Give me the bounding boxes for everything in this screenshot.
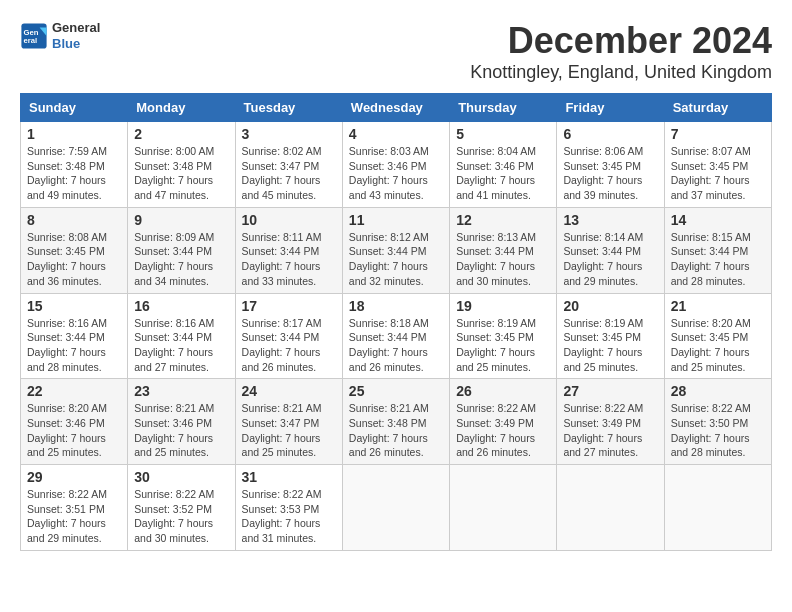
day-detail: Sunrise: 8:22 AMSunset: 3:49 PMDaylight:…	[563, 401, 657, 460]
header-cell-friday: Friday	[557, 94, 664, 122]
day-number: 15	[27, 298, 121, 314]
day-number: 19	[456, 298, 550, 314]
location-title: Knottingley, England, United Kingdom	[470, 62, 772, 83]
day-detail: Sunrise: 8:20 AMSunset: 3:46 PMDaylight:…	[27, 401, 121, 460]
day-detail: Sunrise: 8:18 AMSunset: 3:44 PMDaylight:…	[349, 316, 443, 375]
day-number: 1	[27, 126, 121, 142]
day-detail: Sunrise: 8:11 AMSunset: 3:44 PMDaylight:…	[242, 230, 336, 289]
day-number: 24	[242, 383, 336, 399]
day-cell	[342, 465, 449, 551]
day-number: 31	[242, 469, 336, 485]
header-cell-monday: Monday	[128, 94, 235, 122]
day-number: 6	[563, 126, 657, 142]
day-detail: Sunrise: 8:22 AMSunset: 3:52 PMDaylight:…	[134, 487, 228, 546]
header-cell-saturday: Saturday	[664, 94, 771, 122]
day-detail: Sunrise: 8:22 AMSunset: 3:50 PMDaylight:…	[671, 401, 765, 460]
day-detail: Sunrise: 8:07 AMSunset: 3:45 PMDaylight:…	[671, 144, 765, 203]
day-cell: 9Sunrise: 8:09 AMSunset: 3:44 PMDaylight…	[128, 207, 235, 293]
week-row-5: 29Sunrise: 8:22 AMSunset: 3:51 PMDayligh…	[21, 465, 772, 551]
day-detail: Sunrise: 8:21 AMSunset: 3:47 PMDaylight:…	[242, 401, 336, 460]
day-cell: 18Sunrise: 8:18 AMSunset: 3:44 PMDayligh…	[342, 293, 449, 379]
day-detail: Sunrise: 8:21 AMSunset: 3:48 PMDaylight:…	[349, 401, 443, 460]
day-cell: 2Sunrise: 8:00 AMSunset: 3:48 PMDaylight…	[128, 122, 235, 208]
day-cell: 3Sunrise: 8:02 AMSunset: 3:47 PMDaylight…	[235, 122, 342, 208]
day-number: 5	[456, 126, 550, 142]
day-cell: 1Sunrise: 7:59 AMSunset: 3:48 PMDaylight…	[21, 122, 128, 208]
day-detail: Sunrise: 8:21 AMSunset: 3:46 PMDaylight:…	[134, 401, 228, 460]
day-cell	[557, 465, 664, 551]
day-cell: 20Sunrise: 8:19 AMSunset: 3:45 PMDayligh…	[557, 293, 664, 379]
day-cell: 8Sunrise: 8:08 AMSunset: 3:45 PMDaylight…	[21, 207, 128, 293]
day-cell: 25Sunrise: 8:21 AMSunset: 3:48 PMDayligh…	[342, 379, 449, 465]
day-number: 12	[456, 212, 550, 228]
day-cell: 26Sunrise: 8:22 AMSunset: 3:49 PMDayligh…	[450, 379, 557, 465]
day-number: 20	[563, 298, 657, 314]
day-detail: Sunrise: 8:13 AMSunset: 3:44 PMDaylight:…	[456, 230, 550, 289]
day-detail: Sunrise: 8:17 AMSunset: 3:44 PMDaylight:…	[242, 316, 336, 375]
week-row-3: 15Sunrise: 8:16 AMSunset: 3:44 PMDayligh…	[21, 293, 772, 379]
day-detail: Sunrise: 8:20 AMSunset: 3:45 PMDaylight:…	[671, 316, 765, 375]
day-cell: 27Sunrise: 8:22 AMSunset: 3:49 PMDayligh…	[557, 379, 664, 465]
day-detail: Sunrise: 8:22 AMSunset: 3:49 PMDaylight:…	[456, 401, 550, 460]
calendar-table: SundayMondayTuesdayWednesdayThursdayFrid…	[20, 93, 772, 551]
day-number: 29	[27, 469, 121, 485]
day-number: 30	[134, 469, 228, 485]
day-cell: 13Sunrise: 8:14 AMSunset: 3:44 PMDayligh…	[557, 207, 664, 293]
day-cell: 17Sunrise: 8:17 AMSunset: 3:44 PMDayligh…	[235, 293, 342, 379]
day-number: 10	[242, 212, 336, 228]
day-cell: 23Sunrise: 8:21 AMSunset: 3:46 PMDayligh…	[128, 379, 235, 465]
header: Gen eral General Blue December 2024 Knot…	[20, 20, 772, 83]
day-number: 8	[27, 212, 121, 228]
day-detail: Sunrise: 8:03 AMSunset: 3:46 PMDaylight:…	[349, 144, 443, 203]
day-number: 21	[671, 298, 765, 314]
logo: Gen eral General Blue	[20, 20, 100, 51]
logo-icon: Gen eral	[20, 22, 48, 50]
day-number: 18	[349, 298, 443, 314]
header-cell-sunday: Sunday	[21, 94, 128, 122]
day-detail: Sunrise: 8:12 AMSunset: 3:44 PMDaylight:…	[349, 230, 443, 289]
day-cell: 28Sunrise: 8:22 AMSunset: 3:50 PMDayligh…	[664, 379, 771, 465]
day-detail: Sunrise: 7:59 AMSunset: 3:48 PMDaylight:…	[27, 144, 121, 203]
week-row-2: 8Sunrise: 8:08 AMSunset: 3:45 PMDaylight…	[21, 207, 772, 293]
day-number: 25	[349, 383, 443, 399]
month-title: December 2024	[470, 20, 772, 62]
day-cell: 29Sunrise: 8:22 AMSunset: 3:51 PMDayligh…	[21, 465, 128, 551]
day-cell: 14Sunrise: 8:15 AMSunset: 3:44 PMDayligh…	[664, 207, 771, 293]
day-detail: Sunrise: 8:00 AMSunset: 3:48 PMDaylight:…	[134, 144, 228, 203]
day-number: 11	[349, 212, 443, 228]
day-cell: 15Sunrise: 8:16 AMSunset: 3:44 PMDayligh…	[21, 293, 128, 379]
day-cell: 21Sunrise: 8:20 AMSunset: 3:45 PMDayligh…	[664, 293, 771, 379]
day-number: 23	[134, 383, 228, 399]
day-detail: Sunrise: 8:22 AMSunset: 3:53 PMDaylight:…	[242, 487, 336, 546]
day-number: 27	[563, 383, 657, 399]
day-number: 13	[563, 212, 657, 228]
title-section: December 2024 Knottingley, England, Unit…	[470, 20, 772, 83]
day-cell: 16Sunrise: 8:16 AMSunset: 3:44 PMDayligh…	[128, 293, 235, 379]
day-cell: 19Sunrise: 8:19 AMSunset: 3:45 PMDayligh…	[450, 293, 557, 379]
day-number: 22	[27, 383, 121, 399]
day-number: 17	[242, 298, 336, 314]
day-detail: Sunrise: 8:15 AMSunset: 3:44 PMDaylight:…	[671, 230, 765, 289]
header-cell-tuesday: Tuesday	[235, 94, 342, 122]
day-detail: Sunrise: 8:06 AMSunset: 3:45 PMDaylight:…	[563, 144, 657, 203]
day-number: 2	[134, 126, 228, 142]
header-row: SundayMondayTuesdayWednesdayThursdayFrid…	[21, 94, 772, 122]
header-cell-wednesday: Wednesday	[342, 94, 449, 122]
day-number: 3	[242, 126, 336, 142]
week-row-1: 1Sunrise: 7:59 AMSunset: 3:48 PMDaylight…	[21, 122, 772, 208]
week-row-4: 22Sunrise: 8:20 AMSunset: 3:46 PMDayligh…	[21, 379, 772, 465]
day-cell: 10Sunrise: 8:11 AMSunset: 3:44 PMDayligh…	[235, 207, 342, 293]
day-cell: 6Sunrise: 8:06 AMSunset: 3:45 PMDaylight…	[557, 122, 664, 208]
svg-text:eral: eral	[24, 36, 38, 45]
day-number: 28	[671, 383, 765, 399]
day-detail: Sunrise: 8:19 AMSunset: 3:45 PMDaylight:…	[563, 316, 657, 375]
day-cell: 22Sunrise: 8:20 AMSunset: 3:46 PMDayligh…	[21, 379, 128, 465]
day-cell: 24Sunrise: 8:21 AMSunset: 3:47 PMDayligh…	[235, 379, 342, 465]
day-cell: 30Sunrise: 8:22 AMSunset: 3:52 PMDayligh…	[128, 465, 235, 551]
day-cell: 5Sunrise: 8:04 AMSunset: 3:46 PMDaylight…	[450, 122, 557, 208]
day-number: 7	[671, 126, 765, 142]
day-number: 26	[456, 383, 550, 399]
day-detail: Sunrise: 8:14 AMSunset: 3:44 PMDaylight:…	[563, 230, 657, 289]
day-cell: 11Sunrise: 8:12 AMSunset: 3:44 PMDayligh…	[342, 207, 449, 293]
day-detail: Sunrise: 8:08 AMSunset: 3:45 PMDaylight:…	[27, 230, 121, 289]
